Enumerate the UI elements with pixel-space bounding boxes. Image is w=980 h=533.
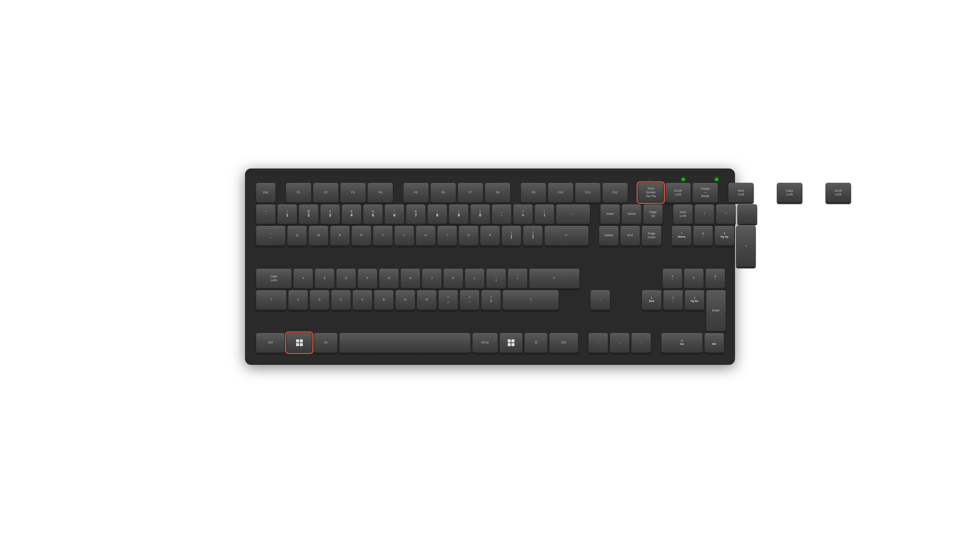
key-1[interactable]: !1 [277, 204, 297, 224]
key-b[interactable]: B [374, 290, 394, 310]
key-u[interactable]: U [416, 226, 436, 245]
key-quote[interactable]: "' [508, 269, 527, 288]
key-g[interactable]: G [379, 269, 399, 288]
key-y[interactable]: Y [395, 226, 414, 245]
key-pipe[interactable]: |\ [535, 204, 554, 224]
key-shift-left[interactable]: ⇧ [256, 290, 286, 310]
key-numpad-slash[interactable]: / [695, 204, 714, 224]
key-p[interactable]: P [480, 226, 500, 245]
key-home[interactable]: Home [622, 204, 641, 224]
key-f9[interactable]: F9 [520, 183, 546, 202]
key-enter-big[interactable]: ↵ [529, 269, 579, 288]
key-arrow-up[interactable]: ↑ [590, 290, 610, 310]
key-r[interactable]: R [352, 226, 371, 245]
key-numpad-9[interactable]: 9Pg Up [714, 226, 734, 245]
key-2[interactable]: @2 [299, 204, 318, 224]
key-f2[interactable]: F2 [313, 183, 339, 202]
key-7[interactable]: &7 [406, 204, 426, 224]
key-scroll-lock-label[interactable]: ScrollLock [826, 183, 851, 202]
key-ctrl-right[interactable]: Ctrl [549, 333, 578, 353]
key-d[interactable]: D [336, 269, 356, 288]
key-esc[interactable]: Esc [256, 183, 275, 202]
key-tab[interactable]: ←→ [256, 226, 285, 245]
key-page-up[interactable]: PageUp [643, 204, 663, 224]
key-page-down[interactable]: PageDown [642, 226, 662, 245]
key-ctrl-left[interactable]: Ctrl [256, 333, 285, 353]
key-0[interactable]: )0 [470, 204, 490, 224]
key-numpad-8[interactable]: 8↑ [693, 226, 713, 245]
key-numpad-dot[interactable]: .Del [705, 333, 724, 353]
key-caps-lock-label[interactable]: CapsLock [777, 183, 802, 202]
key-num-lock[interactable]: NumLock [673, 204, 693, 224]
key-numpad-3[interactable]: 3Pg Dn [685, 290, 705, 310]
key-win-right[interactable] [500, 333, 523, 353]
key-alt-left[interactable]: Alt [314, 333, 337, 353]
key-arrow-right[interactable]: → [631, 333, 651, 353]
key-6[interactable]: ^6 [385, 204, 404, 224]
key-space[interactable] [339, 333, 471, 353]
key-comma[interactable]: <, [438, 290, 458, 310]
key-t[interactable]: T [373, 226, 393, 245]
key-8[interactable]: *8 [427, 204, 447, 224]
key-enter[interactable]: ↵ [544, 226, 589, 245]
key-f[interactable]: F [358, 269, 377, 288]
key-a[interactable]: A [293, 269, 313, 288]
key-delete[interactable]: Delete [599, 226, 619, 245]
key-slash[interactable]: ?/ [481, 290, 501, 310]
key-semicolon[interactable]: :; [486, 269, 506, 288]
key-z[interactable]: Z [288, 290, 308, 310]
key-f11[interactable]: F11 [575, 183, 601, 202]
key-v[interactable]: V [353, 290, 372, 310]
key-shift-right[interactable]: ⇧ [503, 290, 559, 310]
key-rbracket[interactable]: }] [523, 226, 543, 245]
key-f8[interactable]: F8 [485, 183, 511, 202]
key-f3[interactable]: F3 [340, 183, 366, 202]
key-f12[interactable]: F12 [602, 183, 628, 202]
key-5[interactable]: %5 [363, 204, 383, 224]
key-alt-gr[interactable]: Alt Gr [472, 333, 498, 353]
key-menu[interactable]: ☰ [524, 333, 547, 353]
key-f6[interactable]: F6 [430, 183, 456, 202]
key-arrow-left[interactable]: ← [588, 333, 608, 353]
key-period[interactable]: >. [460, 290, 479, 310]
key-w[interactable]: W [309, 226, 328, 245]
key-f7[interactable]: F7 [458, 183, 483, 202]
key-i[interactable]: I [437, 226, 457, 245]
key-equals[interactable]: += [513, 204, 533, 224]
key-arrow-down[interactable]: ↓ [610, 333, 630, 353]
key-9[interactable]: (9 [449, 204, 469, 224]
key-print-screen[interactable]: PrintScreenSys Rq [638, 183, 663, 202]
key-numpad-0[interactable]: 0Ins [661, 333, 703, 353]
key-f1[interactable]: F1 [286, 183, 311, 202]
key-backspace[interactable]: ← [556, 204, 590, 224]
key-e[interactable]: E [330, 226, 350, 245]
key-numpad-enter[interactable]: Enter [706, 290, 726, 331]
key-numpad-star[interactable]: * [716, 204, 736, 224]
key-k[interactable]: K [443, 269, 463, 288]
key-f4[interactable]: F4 [368, 183, 393, 202]
key-numpad-1[interactable]: 1End [642, 290, 662, 310]
key-num-lock-label[interactable]: NumLock [728, 183, 754, 202]
key-n[interactable]: N [395, 290, 415, 310]
key-f5[interactable]: F5 [403, 183, 429, 202]
key-4[interactable]: $4 [342, 204, 361, 224]
key-win-left[interactable] [286, 333, 312, 353]
key-m[interactable]: M [417, 290, 437, 310]
key-q[interactable]: Q [287, 226, 307, 245]
key-pause[interactable]: Pause—Break [692, 183, 718, 202]
key-l[interactable]: L [465, 269, 485, 288]
key-numpad-plus[interactable]: + [736, 226, 756, 267]
key-numpad-5[interactable]: 5 [684, 269, 704, 288]
key-h[interactable]: H [401, 269, 420, 288]
key-numpad-2[interactable]: 2↓ [663, 290, 683, 310]
key-caps-lock[interactable]: CapsLock [256, 269, 292, 288]
key-numpad-minus[interactable]: - [737, 204, 757, 224]
key-j[interactable]: J [422, 269, 442, 288]
key-end[interactable]: End [620, 226, 640, 245]
key-lbracket[interactable]: {[ [501, 226, 521, 245]
key-minus[interactable]: _- [492, 204, 511, 224]
key-insert[interactable]: Insert [600, 204, 620, 224]
key-scroll-lock[interactable]: ScrollLock [665, 183, 691, 202]
key-3[interactable]: #3 [320, 204, 340, 224]
key-o[interactable]: O [459, 226, 479, 245]
